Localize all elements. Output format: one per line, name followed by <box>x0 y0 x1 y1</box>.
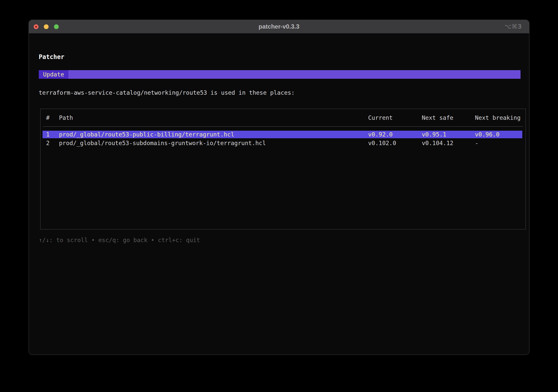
page-title: Patcher <box>39 53 64 61</box>
row-next-safe: v0.95.1 <box>422 130 475 139</box>
help-bar: ↑/↓: to scroll • esc/q: go back • ctrl+c… <box>39 236 200 244</box>
tab-bar: Update <box>39 70 521 79</box>
tui-content: Patcher Update terraform-aws-service-cat… <box>29 33 529 355</box>
row-current: v0.102.0 <box>368 139 422 147</box>
row-number: 1 <box>46 130 59 139</box>
row-path: prod/_global/route53-public-billing/terr… <box>59 130 368 139</box>
row-next-safe: v0.104.12 <box>422 139 475 147</box>
table-header-divider <box>43 126 523 127</box>
table-header-number: # <box>46 114 59 121</box>
table-row[interactable]: 1 prod/_global/route53-public-billing/te… <box>41 130 526 139</box>
row-path: prod/_global/route53-subdomains-gruntwor… <box>59 139 368 147</box>
terminal-window: patcher-v0.3.3 ⌥⌘3 Patcher Update terraf… <box>29 20 529 355</box>
row-next-breaking: v0.96.0 <box>475 130 526 139</box>
table-row[interactable]: 2 prod/_global/route53-subdomains-gruntw… <box>41 139 526 147</box>
table-header: # Path Current Next safe Next breaking <box>41 114 526 122</box>
window-title: patcher-v0.3.3 <box>29 23 529 30</box>
table-header-path: Path <box>59 114 368 121</box>
row-current: v0.92.0 <box>368 130 422 139</box>
table-header-current: Current <box>368 114 422 121</box>
usage-description: terraform-aws-service-catalog/networking… <box>39 89 295 96</box>
table-header-next-breaking: Next breaking <box>475 114 526 121</box>
usage-table: # Path Current Next safe Next breaking 1… <box>40 109 526 229</box>
row-next-breaking: - <box>475 139 526 147</box>
window-titlebar[interactable]: patcher-v0.3.3 ⌥⌘3 <box>29 20 529 33</box>
table-rows: 1 prod/_global/route53-public-billing/te… <box>41 130 526 147</box>
window-shortcut-badge: ⌥⌘3 <box>504 23 522 30</box>
table-header-next-safe: Next safe <box>422 114 475 121</box>
row-number: 2 <box>46 139 59 147</box>
tab-update[interactable]: Update <box>39 70 68 79</box>
